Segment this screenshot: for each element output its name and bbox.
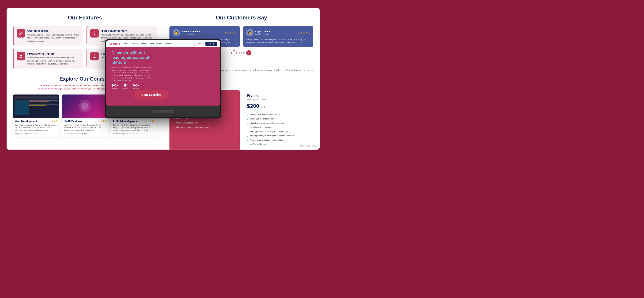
screen-icon: [92, 54, 97, 58]
testimonial-role-khaled: UI/UX Designer: [182, 33, 200, 35]
advanced-feature-4: ✓ Offers a discount on advanced course: [173, 126, 236, 128]
laptop-nav-links: Home About Us Courses Pricing Review Con…: [124, 43, 173, 45]
laptop-frame: CourseFY Home About Us Courses Pricing R…: [105, 39, 221, 118]
premium-check-2: ✓: [247, 118, 249, 120]
laptop-logo: CourseFY: [110, 42, 120, 45]
nav-review[interactable]: Review: [156, 43, 162, 45]
premium-check-1: ✓: [247, 114, 249, 116]
professional-trainers-desc: Our team of professional and expert trai…: [27, 56, 80, 65]
avatar-lujain: 👩: [246, 29, 254, 36]
ai-desc: Gain the knowledge needed to understand …: [113, 124, 155, 131]
hero-stats: 200+ Courses 3K Students 400+ Lessons: [112, 84, 215, 89]
nav-home[interactable]: Home: [124, 43, 128, 45]
testimonial-text-lujain: I am grateful for this education platfor…: [246, 38, 310, 44]
premium-feature-4: ✓ Certificate of completion: [247, 126, 310, 129]
award-icon: [92, 31, 97, 35]
next-page-button[interactable]: ›: [246, 50, 252, 56]
ai-info: Artificial Intelligence ★ 4.9 Gain the k…: [111, 118, 157, 137]
laptop-hero-heading: Discover with our leading educational pl…: [112, 50, 156, 65]
premium-plan-card: Premium Best for professionals $200/mont…: [243, 90, 314, 150]
premium-feature-1: ✓ Access to all lessons and courses: [247, 113, 310, 116]
prev-page-button[interactable]: ‹: [231, 50, 236, 56]
check-icon-3: ✓: [173, 122, 175, 124]
premium-check-8: ✓: [247, 143, 249, 146]
premium-check-7: ✓: [247, 139, 249, 142]
ux-ui-info: UX/Ui Designer ★ 4.9 You'll start by und…: [62, 118, 108, 137]
check-icon-4: ✓: [173, 126, 175, 128]
feature-card-professional-trainers: Professional trainers Our team of profes…: [13, 49, 83, 68]
high-quality-icon-box: [90, 29, 99, 38]
watermark: mostaql.com: [299, 144, 318, 148]
premium-check-6: ✓: [247, 135, 249, 137]
ux-ui-rating: ★ 4.9: [100, 120, 106, 122]
professional-trainers-title: Professional trainers: [27, 52, 80, 56]
premium-check-3: ✓: [247, 122, 249, 124]
custom-lessons-text: Custom lessons We offer a variety of les…: [27, 29, 80, 42]
web-dev-desc: Learn how to develop professional websit…: [15, 124, 57, 131]
web-dev-image: [13, 94, 59, 118]
person-icon: [19, 54, 23, 58]
premium-feature-3: ✓ Multiple personal counseling sessions: [247, 122, 310, 124]
nav-courses[interactable]: Courses: [140, 43, 147, 45]
premium-plan-price: $200/month: [247, 103, 310, 109]
custom-lessons-desc: We offer a variety of lessons and course…: [27, 34, 80, 42]
laptop-overlay: CourseFY Home About Us Courses Pricing R…: [105, 39, 221, 118]
course-card-ux-ui[interactable]: UX/Ui Designer ★ 4.9 You'll start by und…: [62, 94, 108, 137]
page-label: 1 of 8: [239, 52, 244, 54]
ai-star: ★: [149, 120, 151, 122]
ai-name: Artificial Intelligence: [113, 120, 138, 123]
premium-feature-6: ✓ The opportunity to participate in scie…: [247, 134, 310, 137]
stat-courses: 200+ Courses: [112, 84, 118, 89]
stars-khaled: ★ ★ ★ ★ ★: [224, 31, 237, 34]
testimonial-header-khaled: 👨 Khaled Shehada UI/UX Designer ★ ★ ★ ★ …: [173, 29, 237, 36]
advanced-feature-3: ✓ Certificate of completion: [173, 122, 236, 124]
testimonial-header-lujain: 👩 Lujain Qasim Graphic designer ★ ★ ★ ★ …: [246, 29, 310, 36]
web-dev-rating: ★ 4.6: [52, 120, 57, 122]
stars-lujain: ★ ★ ★ ★ ★: [298, 31, 310, 34]
start-learning-button[interactable]: Start Learning: [134, 90, 169, 100]
course-card-web-dev[interactable]: Web Development ★ 4.6 Learn how to devel…: [13, 94, 59, 137]
web-dev-meta: Beginner | 120 Hours | Arabic: [15, 132, 38, 135]
custom-lessons-icon-box: [17, 29, 25, 38]
professional-trainers-text: Professional trainers Our team of profes…: [27, 52, 80, 65]
nav-about[interactable]: About Us: [130, 43, 138, 45]
premium-feature-5: ✓ The opportunity to participate in work…: [247, 130, 310, 133]
features-title: Our Features: [13, 14, 157, 20]
premium-check-4: ✓: [247, 126, 249, 129]
premium-plan-subtitle: Best for professionals: [247, 98, 310, 101]
ai-meta: Intermediate | 60 Hours | Arabic: [113, 132, 138, 135]
testimonial-name-khaled: Khaled Shehada: [182, 30, 200, 33]
outer-wrapper: Our Features Custom lessons We offer a v…: [6, 8, 320, 150]
testimonial-card-lujain: 👩 Lujain Qasim Graphic designer ★ ★ ★ ★ …: [243, 26, 314, 47]
main-container: Our Features Custom lessons We offer a v…: [4, 4, 322, 153]
premium-feature-7: ✓ Access to an exclusive resource librar…: [247, 139, 310, 142]
web-dev-info: Web Development ★ 4.6 Learn how to devel…: [13, 118, 59, 137]
high-quality-title: High quality content: [101, 29, 154, 32]
laptop-signup-button[interactable]: Sign Up: [206, 42, 217, 46]
edit-icon: [19, 31, 23, 35]
stat-lessons: 400+ Lessons: [132, 84, 139, 89]
web-dev-star: ★: [52, 120, 53, 122]
premium-feature-2: ✓ Email and live chat support: [247, 118, 310, 120]
testimonial-name-group-khaled: Khaled Shehada UI/UX Designer: [182, 30, 200, 35]
testimonial-role-lujain: Graphic designer: [255, 33, 270, 35]
laptop-nav-btns: Login Sign Up: [194, 42, 217, 46]
ux-ui-meta: Advanced | 200 Hours | English: [64, 132, 89, 135]
laptop-navbar: CourseFY Home About Us Courses Pricing R…: [106, 40, 220, 47]
laptop-trackpad: [152, 110, 174, 113]
testimonial-name-group-lujain: Lujain Qasim Graphic designer: [255, 30, 270, 35]
professional-trainers-icon-box: [17, 52, 25, 60]
nav-contact[interactable]: Contact Us: [164, 43, 173, 45]
custom-lessons-title: Custom lessons: [27, 29, 80, 32]
testimonial-name-lujain: Lujain Qasim: [255, 30, 270, 33]
ux-ui-star: ★: [100, 120, 102, 122]
avatar-khaled: 👨: [173, 29, 180, 36]
ai-rating: ★ 4.9: [149, 120, 155, 122]
feature-card-custom-lessons: Custom lessons We offer a variety of les…: [13, 26, 83, 46]
laptop-hero-desc: Welcome to our distinctive educational p…: [112, 66, 154, 82]
nav-pricing[interactable]: Pricing: [149, 43, 154, 45]
ux-ui-desc: You'll start by understanding the basics…: [64, 124, 106, 131]
premium-check-5: ✓: [247, 130, 249, 133]
premium-plan-title: Premium: [247, 94, 310, 98]
laptop-login-button[interactable]: Login: [194, 42, 204, 46]
